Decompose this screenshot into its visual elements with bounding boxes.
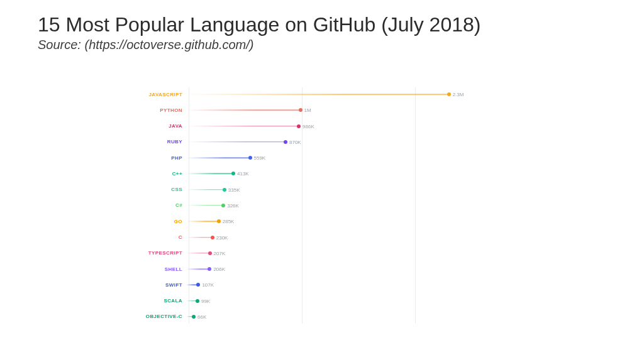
slide: 15 Most Popular Language on GitHub (July… [0,0,644,362]
bar-area: 1M [186,103,472,117]
lollipop-line [186,268,209,270]
value-label: 107K [198,282,214,288]
chart-row: SHELL206K [132,262,472,276]
category-label: JAVASCRIPT [132,92,186,97]
bar-area: 66K [186,310,472,324]
chart-container: JAVASCRIPT2.3MPYTHON1MJAVA986KRUBY870KPH… [132,85,472,330]
value-label: 870K [286,139,301,145]
bar-area: 230K [186,231,472,244]
category-label: C++ [132,171,186,177]
category-label: PHP [132,155,186,161]
lollipop-line [186,110,301,111]
bar-area: 413K [186,167,472,180]
category-label: TYPESCRIPT [132,250,186,256]
category-label: C [132,234,186,240]
category-label: GO [132,219,186,224]
lollipop-line [186,173,233,175]
bar-area: 207K [186,246,472,260]
chart-row: SCALA99K [132,294,472,308]
chart-row: JAVA986K [132,119,472,133]
category-label: CSS [132,187,186,192]
chart-row: RUBY870K [132,135,472,149]
bar-area: 99K [186,294,472,308]
value-label: 413K [233,171,249,177]
chart-row: C#326K [132,199,472,212]
value-label: 335K [225,187,240,192]
value-label: 326K [223,202,239,208]
lollipop-line [186,221,219,222]
category-label: RUBY [132,139,186,145]
category-label: SWIFT [132,282,186,288]
value-label: 230K [213,234,228,240]
chart-row: OBJECTIVE-C66K [132,310,472,324]
value-label: 986K [299,123,314,129]
category-label: SCALA [132,298,186,304]
lollipop-line [186,94,449,95]
value-label: 66K [194,314,206,319]
category-label: OBJECTIVE-C [132,314,186,319]
chart-row: GO285K [132,214,472,228]
bar-area: 986K [186,119,472,133]
value-label: 1M [301,107,311,113]
bar-area: 2.3M [186,87,472,101]
value-label: 206K [209,266,225,272]
category-label: PYTHON [132,107,186,113]
lollipop-line [186,126,299,127]
category-label: C# [132,202,186,208]
chart-row: SWIFT107K [132,278,472,292]
bar-area: 285K [186,214,472,228]
chart-row: TYPESCRIPT207K [132,246,472,260]
bar-area: 335K [186,183,472,197]
bar-area: 206K [186,262,472,276]
chart-row: PHP559K [132,151,472,165]
bar-area: 326K [186,199,472,212]
chart-row: PYTHON1M [132,103,472,117]
lollipop-line [186,205,223,206]
bar-area: 870K [186,135,472,149]
lollipop-line [186,141,286,143]
bar-area: 107K [186,278,472,292]
chart-row: JAVASCRIPT2.3M [132,87,472,101]
lollipop-line [186,189,225,190]
chart-row: C++413K [132,167,472,180]
lollipop-line [186,157,250,158]
bar-area: 559K [186,151,472,165]
lollipop-chart: JAVASCRIPT2.3MPYTHON1MJAVA986KRUBY870KPH… [132,85,472,330]
category-label: JAVA [132,123,186,129]
category-label: SHELL [132,266,186,272]
chart-rows: JAVASCRIPT2.3MPYTHON1MJAVA986KRUBY870KPH… [132,87,472,324]
page-subtitle: Source: (https://octoverse.github.com/) [38,38,606,52]
chart-row: C230K [132,231,472,244]
page-title: 15 Most Popular Language on GitHub (July… [38,13,606,36]
value-label: 285K [219,219,235,224]
lollipop-line [186,253,210,254]
value-label: 559K [250,155,266,161]
value-label: 2.3M [449,92,464,97]
value-label: 99K [197,298,210,304]
chart-row: CSS335K [132,183,472,197]
lollipop-line [186,237,213,238]
value-label: 207K [210,250,226,256]
